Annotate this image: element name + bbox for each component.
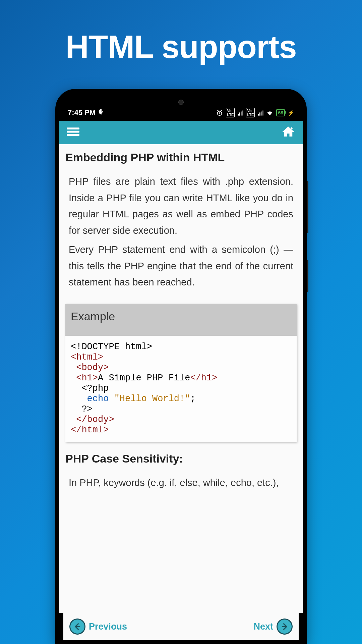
heading-case-sensitivity: PHP Case Sensitivity:: [65, 452, 297, 465]
arrow-right-icon: [277, 619, 293, 635]
paragraph-2: Every PHP statement end with a semicolon…: [65, 241, 297, 290]
svg-rect-1: [67, 127, 79, 129]
code-line: <body>: [71, 363, 109, 373]
volte-icon-2: VoLTE: [246, 108, 255, 117]
example-box: Example <!DOCTYPE html> <html> <body> <h…: [65, 304, 297, 442]
alarm-icon: [216, 108, 223, 117]
code-line: <!DOCTYPE html>: [71, 342, 152, 352]
android-p-icon: [98, 108, 105, 117]
code-line: </h1>: [190, 373, 217, 383]
code-line: <h1>: [71, 373, 98, 383]
notch: [59, 93, 303, 105]
code-line: <html>: [71, 352, 103, 362]
paragraph-1: PHP files are plain text files with .php…: [65, 173, 297, 239]
content-area[interactable]: Embedding PHP within HTML PHP files are …: [59, 144, 303, 613]
next-button[interactable]: Next: [253, 619, 293, 635]
battery-icon: 68: [276, 109, 285, 116]
svg-rect-3: [67, 134, 79, 136]
paragraph-3: In PHP, keywords (e.g. if, else, while, …: [65, 475, 297, 491]
code-punct: ;: [190, 394, 195, 404]
hamburger-menu-icon[interactable]: [67, 125, 79, 140]
bottom-nav: Previous Next: [63, 613, 299, 640]
volte-icon-1: VoLTE: [226, 108, 235, 117]
app-toolbar: [59, 121, 303, 144]
previous-button[interactable]: Previous: [69, 619, 127, 635]
code-line: </html>: [71, 425, 109, 435]
svg-rect-2: [67, 131, 79, 133]
arrow-left-icon: [69, 619, 85, 635]
example-header: Example: [65, 304, 297, 336]
signal-icon-2: [257, 108, 263, 117]
signal-icon-1: [237, 108, 243, 117]
promo-title: HTML supports: [0, 0, 362, 65]
code-line: ?>: [71, 404, 93, 414]
code-keyword: echo: [87, 394, 109, 404]
home-icon[interactable]: [281, 125, 295, 140]
power-button: [307, 260, 308, 292]
volume-button: [307, 181, 308, 233]
code-string: "Hello World!": [114, 394, 190, 404]
status-left: 7:45 PM: [68, 108, 105, 117]
front-camera: [178, 100, 184, 105]
charging-icon: ⚡: [288, 110, 294, 116]
status-bar: 7:45 PM VoLTE VoLTE: [59, 105, 303, 121]
code-text: A Simple PHP File: [98, 373, 190, 383]
wifi-icon: [266, 108, 274, 117]
code-line: </body>: [71, 415, 114, 425]
phone-screen: 7:45 PM VoLTE VoLTE: [59, 93, 303, 640]
heading-embedding-php: Embedding PHP within HTML: [65, 151, 297, 164]
next-label: Next: [253, 622, 273, 632]
previous-label: Previous: [89, 622, 127, 632]
status-time: 7:45 PM: [68, 108, 96, 117]
code-block: <!DOCTYPE html> <html> <body> <h1>A Simp…: [65, 336, 297, 442]
phone-frame: 7:45 PM VoLTE VoLTE: [55, 89, 307, 644]
code-line: <?php: [71, 383, 109, 393]
status-right: VoLTE VoLTE 68 ⚡: [216, 108, 294, 117]
